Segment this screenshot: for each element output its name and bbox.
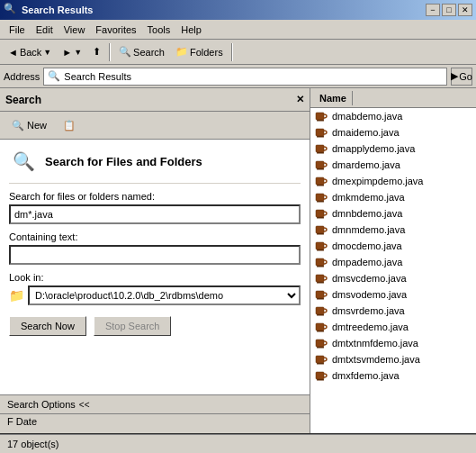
svg-rect-1 (317, 120, 324, 122)
title-bar: 🔍 Search Results − □ ✕ (0, 0, 476, 20)
svg-rect-16 (316, 242, 324, 249)
svg-rect-23 (317, 298, 324, 300)
result-item[interactable]: dmardemo.java (310, 157, 476, 173)
file-icon (314, 206, 328, 221)
file-icon (314, 304, 328, 318)
svg-rect-28 (316, 340, 324, 347)
search-panel: Search ✕ 🔍 New 📋 🔍 Search for Files and … (0, 88, 310, 433)
search-button[interactable]: 🔍 Search (114, 42, 169, 62)
filename-input[interactable] (9, 204, 301, 224)
name-column-header[interactable]: Name (314, 91, 353, 105)
extra-option-label: F Date (7, 416, 37, 427)
lookin-label: Look in: (9, 272, 301, 283)
result-item[interactable]: dmsvrdemo.java (310, 303, 476, 319)
go-arrow-icon: ▶ (451, 70, 458, 82)
svg-rect-6 (316, 161, 324, 168)
menu-favorites[interactable]: Favorites (90, 23, 141, 37)
search-panel-close[interactable]: ✕ (296, 94, 304, 105)
result-item-name: dmtxtsvmdemo.java (332, 354, 420, 365)
filename-field-group: Search for files or folders named: (9, 191, 301, 224)
file-icon (314, 271, 328, 285)
minimize-button[interactable]: − (426, 4, 440, 16)
address-icon: 🔍 (48, 70, 60, 82)
result-item-name: dmabdemo.java (332, 111, 402, 122)
search-files-icon: 🔍 (9, 147, 38, 176)
folders-label: Folders (190, 47, 223, 58)
result-item[interactable]: dmnmdemo.java (310, 222, 476, 238)
result-item[interactable]: dmtxtnmfdemo.java (310, 335, 476, 351)
menu-edit[interactable]: Edit (31, 23, 58, 37)
title-buttons: − □ ✕ (426, 4, 472, 16)
file-icon (314, 109, 328, 123)
result-item[interactable]: dmnbdemo.java (310, 205, 476, 222)
result-item-name: dmpademo.java (332, 257, 402, 267)
svg-rect-12 (316, 210, 324, 217)
search-history-button[interactable]: 📋 (57, 115, 82, 135)
containing-field-group: Containing text: (9, 231, 301, 265)
new-search-label: New (27, 120, 47, 131)
file-icon (314, 368, 328, 383)
address-go-button[interactable]: ▶ Go (451, 68, 472, 86)
result-item[interactable]: dmexpimpdemo.java (310, 173, 476, 189)
result-item[interactable]: dmsvcdemo.java (310, 270, 476, 286)
window-title: Search Results (22, 5, 93, 15)
svg-rect-3 (317, 136, 324, 138)
folders-button[interactable]: 📁 Folders (171, 42, 228, 62)
maximize-button[interactable]: □ (442, 4, 456, 16)
result-item-name: dmxfdemo.java (332, 370, 400, 381)
result-item-name: dmnmdemo.java (332, 224, 405, 235)
result-item-name: dmtxtnmfdemo.java (332, 338, 418, 349)
result-item[interactable]: dmpademo.java (310, 254, 476, 270)
result-item[interactable]: dmtxtsvmdemo.java (310, 351, 476, 367)
back-dropdown-icon[interactable]: ▼ (43, 48, 51, 57)
up-button[interactable]: ⬆ (88, 42, 105, 62)
menu-help[interactable]: Help (175, 23, 207, 37)
menu-view[interactable]: View (58, 23, 91, 37)
new-search-icon: 🔍 (12, 120, 24, 131)
menu-file[interactable]: File (4, 23, 31, 37)
menu-tools[interactable]: Tools (142, 23, 176, 37)
svg-rect-26 (316, 323, 324, 331)
svg-rect-24 (316, 307, 324, 314)
lookin-field-group: Look in: 📁 D:\oracle\product\10.2.0\db_2… (9, 272, 301, 305)
results-header: Name (310, 88, 476, 108)
result-item[interactable]: dmkmdemo.java (310, 189, 476, 205)
result-item-name: dmardemo.java (332, 159, 400, 170)
result-item[interactable]: dmtreedemo.java (310, 319, 476, 335)
folders-icon: 📁 (175, 46, 188, 58)
search-options-bar[interactable]: Search Options << (0, 394, 310, 413)
svg-rect-30 (316, 356, 324, 363)
lookin-select[interactable]: D:\oracle\product\10.2.0\db_2\rdbms\demo (28, 285, 301, 305)
result-item[interactable]: dmaidemo.java (310, 124, 476, 140)
result-item[interactable]: dmapplydemo.java (310, 140, 476, 157)
search-toolbar: 🔍 New 📋 (0, 112, 310, 140)
menu-bar: File Edit View Favorites Tools Help (0, 20, 476, 40)
svg-rect-18 (316, 258, 324, 266)
result-item-name: dmnbdemo.java (332, 208, 402, 219)
back-button[interactable]: ◄ Back ▼ (4, 42, 56, 62)
forward-dropdown-icon[interactable]: ▼ (74, 48, 82, 57)
file-icon (314, 352, 328, 367)
containing-input[interactable] (9, 245, 301, 265)
result-item-name: dmexpimpdemo.java (332, 176, 424, 186)
results-panel: Name dmabdemo.javadmaidemo.javadmapplyde… (310, 88, 476, 433)
search-now-button[interactable]: Search Now (9, 316, 86, 336)
search-buttons: Search Now Stop Search (9, 316, 301, 336)
forward-button[interactable]: ► ▼ (58, 42, 86, 62)
svg-rect-10 (316, 194, 324, 201)
title-bar-left: 🔍 Search Results (4, 3, 93, 17)
new-search-button[interactable]: 🔍 New (5, 115, 53, 135)
svg-rect-9 (317, 185, 324, 186)
result-item[interactable]: dmsvodemo.java (310, 286, 476, 303)
result-item[interactable]: dmocdemo.java (310, 238, 476, 254)
close-button[interactable]: ✕ (458, 4, 472, 16)
result-item[interactable]: dmxfdemo.java (310, 367, 476, 384)
svg-rect-7 (317, 168, 324, 170)
status-text: 17 object(s) (7, 439, 58, 449)
stop-search-button[interactable]: Stop Search (94, 316, 172, 336)
up-icon: ⬆ (93, 46, 101, 58)
svg-rect-8 (316, 177, 324, 185)
result-item[interactable]: dmabdemo.java (310, 108, 476, 124)
window-icon: 🔍 (4, 3, 18, 17)
back-arrow-icon: ◄ (8, 47, 18, 58)
